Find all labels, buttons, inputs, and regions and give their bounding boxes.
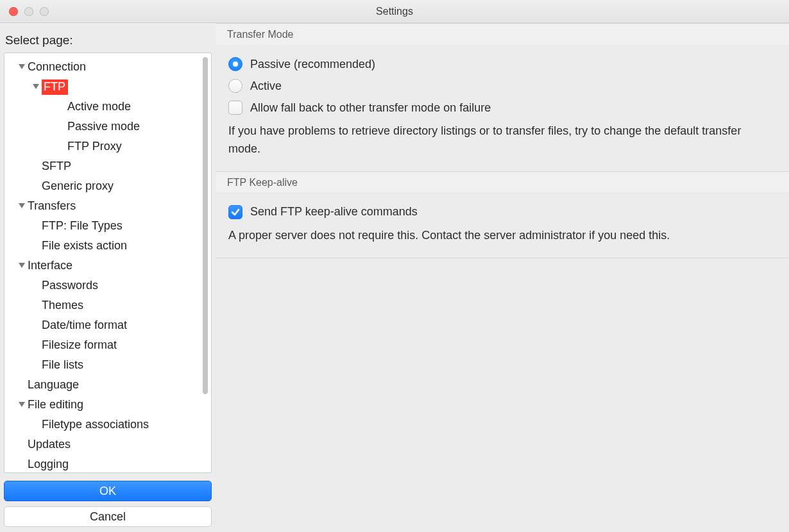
tree-item-label: Date/time format (42, 319, 127, 332)
tree-item-label: File editing (28, 398, 83, 411)
tree-item-label: Themes (42, 299, 83, 312)
ok-button[interactable]: OK (4, 481, 212, 501)
tree-item-label: Language (28, 378, 79, 392)
tree-item-label: Updates (28, 438, 71, 451)
tree-item-label: SFTP (42, 160, 71, 173)
tree-item-label: Filetype associations (42, 418, 149, 431)
tree-item-label: Connection (28, 60, 86, 74)
tree-item[interactable]: File editing (4, 395, 211, 415)
tree-item-label: FTP: File Types (42, 219, 123, 233)
tree-item[interactable]: Filesize format (4, 335, 211, 355)
tree-item[interactable]: SFTP (4, 156, 211, 176)
tree-item[interactable]: Passwords (4, 276, 211, 295)
group-transfer-mode: Transfer Mode Passive (recommended) Acti… (216, 23, 789, 172)
check-fallback-label: Allow fall back to other transfer mode o… (250, 101, 491, 115)
tree-item[interactable]: Active mode (4, 97, 211, 117)
disclosure-triangle-icon[interactable] (16, 203, 28, 210)
tree-item-label: Transfers (28, 199, 76, 213)
svg-marker-2 (19, 203, 25, 208)
radio-icon (228, 57, 242, 71)
tree-item[interactable]: FTP Proxy (4, 137, 211, 156)
titlebar: Settings (0, 0, 789, 23)
tree-item[interactable]: File exists action (4, 236, 211, 256)
page-tree: ConnectionFTPActive modePassive modeFTP … (4, 53, 212, 473)
tree-item[interactable]: Generic proxy (4, 176, 211, 196)
tree-item[interactable]: Interface (4, 256, 211, 276)
window-title: Settings (0, 6, 789, 17)
sidebar-heading: Select page: (5, 33, 213, 47)
checkbox-icon (228, 205, 242, 219)
tree-item[interactable]: FTP (4, 77, 211, 97)
disclosure-triangle-icon[interactable] (16, 263, 28, 269)
radio-active-label: Active (250, 79, 282, 93)
tree-item[interactable]: FTP: File Types (4, 216, 211, 236)
disclosure-triangle-icon[interactable] (16, 64, 28, 71)
tree-item[interactable]: Date/time format (4, 315, 211, 335)
tree-item-label: Active mode (67, 100, 131, 113)
tree-item[interactable]: Connection (4, 57, 211, 77)
svg-marker-1 (33, 84, 39, 89)
svg-marker-0 (19, 64, 25, 69)
radio-passive[interactable]: Passive (recommended) (228, 53, 776, 75)
svg-marker-3 (19, 263, 25, 268)
check-keepalive-label: Send FTP keep-alive commands (250, 205, 418, 219)
scrollbar-thumb[interactable] (203, 57, 208, 394)
transfer-mode-help: If you have problems to retrieve directo… (228, 122, 776, 158)
tree-item[interactable]: Passive mode (4, 117, 211, 137)
tree-item-label: FTP (42, 79, 68, 95)
cancel-button[interactable]: Cancel (4, 506, 212, 527)
tree-item-label: Filesize format (42, 338, 117, 352)
tree-item-label: Logging (28, 458, 69, 471)
group-transfer-mode-title: Transfer Mode (216, 24, 789, 44)
tree-item[interactable]: Logging (4, 454, 211, 472)
disclosure-triangle-icon[interactable] (16, 402, 28, 408)
sidebar: Select page: ConnectionFTPActive modePas… (0, 23, 216, 532)
tree-item[interactable]: Themes (4, 295, 211, 315)
checkbox-icon (228, 101, 242, 115)
disclosure-triangle-icon[interactable] (30, 84, 42, 90)
check-fallback[interactable]: Allow fall back to other transfer mode o… (228, 97, 776, 119)
tree-item-label: File lists (42, 358, 83, 372)
tree-item-label: Passwords (42, 279, 98, 292)
tree-item[interactable]: Filetype associations (4, 415, 211, 435)
tree-item-label: Generic proxy (42, 179, 114, 193)
svg-marker-4 (19, 402, 25, 407)
radio-icon (228, 79, 242, 93)
tree-item[interactable]: Transfers (4, 196, 211, 216)
keepalive-help: A proper server does not require this. C… (228, 227, 776, 245)
tree-item-label: Interface (28, 259, 72, 272)
radio-passive-label: Passive (recommended) (250, 58, 375, 71)
content: Select page: ConnectionFTPActive modePas… (0, 23, 789, 532)
tree-item[interactable]: Language (4, 375, 211, 395)
tree-item-label: FTP Proxy (67, 140, 122, 153)
check-keepalive[interactable]: Send FTP keep-alive commands (228, 201, 776, 223)
tree-item[interactable]: File lists (4, 355, 211, 375)
group-keepalive: FTP Keep-alive Send FTP keep-alive comma… (216, 172, 789, 258)
tree-item-label: File exists action (42, 239, 127, 253)
tree-item-label: Passive mode (67, 120, 140, 133)
radio-active[interactable]: Active (228, 75, 776, 97)
settings-pane: Transfer Mode Passive (recommended) Acti… (216, 23, 789, 532)
scrollbar[interactable] (201, 57, 210, 469)
group-keepalive-title: FTP Keep-alive (216, 172, 789, 192)
tree-item[interactable]: Updates (4, 435, 211, 454)
